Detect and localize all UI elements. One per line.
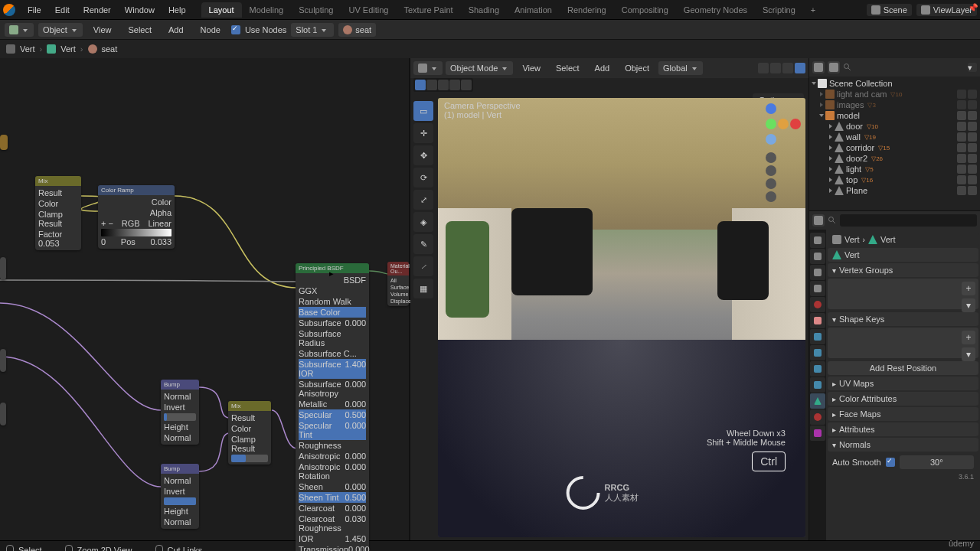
- render-icon[interactable]: [968, 111, 977, 120]
- principled-row[interactable]: Clearcoat0.000: [299, 503, 366, 514]
- mat-out-header[interactable]: Material Ou...: [387, 262, 409, 276]
- render-icon[interactable]: [968, 100, 977, 109]
- use-nodes-checkbox[interactable]: [231, 25, 240, 34]
- add-tool[interactable]: ▦: [413, 279, 433, 298]
- world-tab[interactable]: [810, 297, 825, 312]
- principled-row[interactable]: IOR1.450: [299, 533, 366, 544]
- tree-row[interactable]: top▽16: [811, 174, 978, 185]
- scene-tab[interactable]: [810, 281, 825, 296]
- eye-icon[interactable]: [957, 186, 966, 195]
- pill[interactable]: [426, 80, 437, 90]
- principled-row[interactable]: Roughness: [299, 440, 366, 451]
- scale-tool[interactable]: ⤢: [413, 190, 433, 210]
- axis-y-icon[interactable]: [766, 119, 776, 129]
- select-box-tool[interactable]: ▭: [413, 101, 433, 121]
- ramp-gradient[interactable]: [101, 229, 172, 236]
- render-icon[interactable]: [968, 122, 977, 131]
- pill[interactable]: [438, 80, 449, 90]
- principled-row[interactable]: Specular0.500: [299, 409, 366, 420]
- nav-gizmo[interactable]: [766, 101, 801, 204]
- render-icon[interactable]: [968, 143, 977, 152]
- annotate-tool[interactable]: ✎: [413, 234, 433, 254]
- material-output-node[interactable]: Material Ou... All Surface Volume Displa…: [387, 262, 409, 306]
- color-ramp-header[interactable]: Color Ramp: [98, 185, 175, 195]
- render-icon[interactable]: [968, 90, 977, 99]
- axis-x-icon[interactable]: [778, 119, 789, 129]
- menu-button[interactable]: ▾: [962, 347, 975, 361]
- eye-icon[interactable]: [957, 154, 966, 163]
- color-ramp-node[interactable]: Color Ramp Color Alpha + −RGBLinear 0Pos…: [98, 185, 175, 249]
- node-edge[interactable]: [0, 135, 8, 150]
- auto-smooth-checkbox[interactable]: [886, 458, 895, 467]
- node-menu-add[interactable]: Add: [162, 22, 190, 37]
- color-attrs-header[interactable]: ▸ Color Attributes: [828, 392, 978, 406]
- scene-selector[interactable]: Scene: [867, 4, 912, 16]
- menu-edit[interactable]: Edit: [49, 2, 76, 18]
- principled-row[interactable]: Metallic0.000: [299, 399, 366, 409]
- shape-keys-header[interactable]: ▾ Shape Keys: [828, 312, 978, 326]
- tab-add[interactable]: +: [803, 2, 823, 18]
- normals-header[interactable]: ▾ Normals: [828, 438, 978, 452]
- factor-slider[interactable]: [231, 455, 268, 462]
- viewlayer-tab[interactable]: [810, 265, 825, 280]
- mix-node-2[interactable]: Mix Result Color Clamp Result: [228, 401, 271, 465]
- strength-slider[interactable]: [164, 497, 196, 505]
- node-editor-canvas[interactable]: Mix Result Color Clamp Result Factor 0.0…: [0, 58, 410, 540]
- node-menu-node[interactable]: Node: [194, 22, 227, 37]
- tree-root[interactable]: Scene Collection: [811, 78, 978, 89]
- eye-icon[interactable]: [957, 165, 966, 174]
- editor-type-dropdown[interactable]: [5, 23, 34, 37]
- principled-row[interactable]: Sheen Tint0.500: [299, 492, 366, 503]
- tab-layout[interactable]: Layout: [201, 2, 242, 18]
- slot-dropdown[interactable]: Slot 1: [291, 23, 334, 37]
- tab-modeling[interactable]: Modeling: [242, 2, 292, 18]
- render-icon[interactable]: [968, 132, 977, 142]
- tree-row[interactable]: light▽5: [811, 164, 978, 174]
- tab-scripting[interactable]: Scripting: [755, 2, 803, 18]
- material-field[interactable]: seat: [338, 23, 376, 37]
- node-edge[interactable]: [0, 349, 6, 372]
- menu-render[interactable]: Render: [77, 2, 117, 18]
- mix-node[interactable]: Mix Result Color Clamp Result Factor 0.0…: [35, 176, 81, 250]
- uv-maps-header[interactable]: ▸ UV Maps: [828, 377, 978, 390]
- bc-data[interactable]: Vert: [60, 44, 76, 54]
- bc-material[interactable]: seat: [102, 44, 118, 54]
- principled-row[interactable]: Subsurface C...: [299, 348, 366, 359]
- add-rest-position-button[interactable]: Add Rest Position: [828, 361, 978, 375]
- tab-geometry-nodes[interactable]: Geometry Nodes: [676, 2, 755, 18]
- menu-help[interactable]: Help: [162, 2, 192, 18]
- particle-tab[interactable]: [810, 345, 825, 360]
- vp-menu-view[interactable]: View: [516, 60, 547, 76]
- props-search-input[interactable]: [840, 214, 977, 227]
- angle-field[interactable]: 30°: [900, 455, 974, 469]
- cursor-tool[interactable]: ✛: [413, 123, 433, 143]
- menu-file[interactable]: File: [21, 2, 47, 18]
- render-icon[interactable]: [968, 154, 977, 163]
- add-button[interactable]: +: [962, 331, 975, 344]
- principled-row[interactable]: Transmission0.000: [299, 544, 366, 551]
- transform-tool[interactable]: ◈: [413, 212, 433, 232]
- render-icon[interactable]: [968, 186, 977, 195]
- eye-icon[interactable]: [957, 122, 966, 131]
- shading-wireframe[interactable]: [758, 63, 769, 73]
- editor-type-dropdown[interactable]: [413, 61, 443, 75]
- bump-header[interactable]: Bump: [161, 380, 199, 390]
- mix-header[interactable]: Mix: [35, 176, 81, 186]
- face-maps-header[interactable]: ▸ Face Maps: [828, 407, 978, 421]
- texture-tab[interactable]: [810, 425, 825, 441]
- principled-row[interactable]: Clearcoat Roughness0.030: [299, 514, 366, 533]
- render-icon[interactable]: [968, 165, 977, 174]
- tree-row[interactable]: Plane: [811, 185, 978, 196]
- axis-neg-icon[interactable]: [790, 119, 801, 129]
- bump-header[interactable]: Bump: [161, 464, 199, 474]
- mode-dropdown[interactable]: Object Mode: [446, 61, 513, 75]
- outliner-type-dropdown[interactable]: [812, 61, 825, 73]
- pill[interactable]: [415, 80, 426, 90]
- tab-animation[interactable]: Animation: [507, 2, 560, 18]
- tab-sculpting[interactable]: Sculpting: [291, 2, 341, 18]
- shading-solid[interactable]: [770, 63, 781, 73]
- render-icon[interactable]: [968, 175, 977, 184]
- principled-row[interactable]: Subsurface0.000: [299, 318, 366, 328]
- principled-row[interactable]: Subsurface Radius: [299, 328, 366, 348]
- principled-row[interactable]: Anisotropic Rotation0.000: [299, 461, 366, 481]
